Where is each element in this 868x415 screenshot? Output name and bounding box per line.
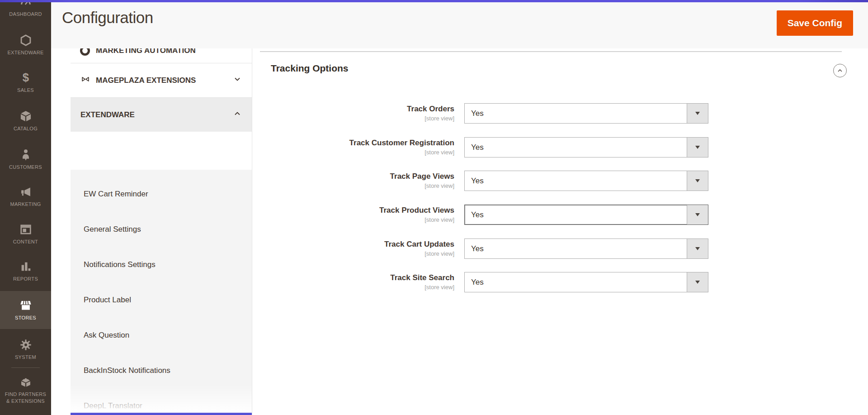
config-row-track-customer-registration: Track Customer Registration [store view]… — [260, 137, 757, 157]
save-config-button[interactable]: Save Config — [777, 10, 853, 36]
nav-horizontal-scrollbar[interactable] — [71, 413, 252, 415]
sidebar-divider — [11, 367, 40, 368]
sidebar-item-dashboard[interactable]: DASHBOARD — [0, 0, 51, 25]
sales-icon: $ — [19, 72, 32, 84]
chevron-up-icon — [836, 67, 844, 74]
select-value: Yes — [471, 171, 484, 191]
config-nav-item-deepl-translator[interactable]: DeepL Translator — [71, 388, 252, 415]
sidebar-item-customers[interactable]: CUSTOMERS — [0, 141, 51, 178]
select-arrow-box — [687, 138, 708, 157]
track-product-views-select[interactable]: Yes — [464, 205, 708, 225]
sidebar-item-extendware[interactable]: EXTENDWARE — [0, 26, 51, 64]
field-label: Track Site Search — [260, 273, 454, 282]
config-nav-group-mageplaza[interactable]: MAGEPLAZA EXTENSIONS — [71, 63, 252, 98]
config-nav-item-label: BackInStock Notifications — [84, 366, 170, 375]
dropdown-caret-icon — [695, 281, 700, 284]
select-value: Yes — [471, 239, 484, 258]
sidebar-item-catalog[interactable]: CATALOG — [0, 102, 51, 140]
main-sidebar: DASHBOARD EXTENDWARE $ SALES CATALOG CUS… — [0, 0, 51, 415]
sidebar-item-marketing[interactable]: MARKETING — [0, 178, 51, 215]
config-nav-item-notifications-settings[interactable]: Notifications Settings — [71, 247, 252, 282]
select-arrow-box — [687, 239, 708, 258]
sidebar-item-label: EXTENDWARE — [7, 49, 43, 56]
config-nav-item-general-settings[interactable]: General Settings — [71, 212, 252, 247]
customers-icon — [19, 148, 32, 161]
page-header: Configuration Save Config — [51, 2, 868, 48]
sidebar-item-label: STORES — [15, 315, 36, 321]
config-nav-group-label: MAGEPLAZA EXTENSIONS — [96, 76, 196, 85]
content-icon — [19, 223, 32, 236]
config-nav-item-label: General Settings — [84, 225, 141, 234]
find-partners-icon — [19, 376, 32, 388]
track-page-views-select[interactable]: Yes — [464, 171, 708, 191]
config-nav-item-label: DeepL Translator — [84, 401, 142, 410]
sidebar-item-system[interactable]: SYSTEM — [0, 331, 51, 368]
select-value: Yes — [471, 138, 484, 157]
config-nav-item-backinstock-notifications[interactable]: BackInStock Notifications — [71, 353, 252, 388]
field-label-block: Track Customer Registration [store view] — [260, 138, 454, 156]
field-scope: [store view] — [260, 182, 454, 189]
field-scope: [store view] — [260, 250, 454, 257]
config-nav-item-label: Product Label — [84, 296, 131, 305]
field-label-block: Track Cart Updates [store view] — [260, 240, 454, 257]
track-site-search-select[interactable]: Yes — [464, 272, 708, 292]
page-title: Configuration — [62, 9, 153, 27]
config-row-track-cart-updates: Track Cart Updates [store view] Yes — [260, 239, 757, 259]
sidebar-item-label: MARKETING — [10, 201, 41, 208]
catalog-icon — [19, 110, 32, 123]
config-nav-item-label: Notifications Settings — [84, 260, 156, 269]
reports-icon — [19, 260, 32, 273]
section-collapse-button[interactable] — [833, 64, 847, 77]
dropdown-caret-icon — [695, 213, 700, 216]
sidebar-item-label: SYSTEM — [15, 354, 36, 361]
field-label: Track Cart Updates — [260, 240, 454, 249]
sidebar-item-reports[interactable]: REPORTS — [0, 253, 51, 290]
sidebar-item-content[interactable]: CONTENT — [0, 215, 51, 253]
stores-icon — [19, 299, 32, 312]
chevron-down-icon — [233, 75, 242, 86]
field-label-block: Track Page Views [store view] — [260, 172, 454, 189]
sidebar-item-label: CATALOG — [14, 125, 38, 132]
select-arrow-box — [687, 272, 708, 292]
sidebar-item-label: DASHBOARD — [9, 11, 42, 18]
system-gear-icon — [19, 339, 32, 351]
config-nav-item-label: EW Cart Reminder — [84, 190, 148, 199]
field-scope: [store view] — [260, 216, 454, 223]
config-nav-item-label: Ask Question — [84, 331, 129, 340]
config-nav-group-label: EXTENDWARE — [80, 110, 135, 119]
sidebar-item-label: CUSTOMERS — [9, 164, 42, 171]
config-nav-item-ask-question[interactable]: Ask Question — [71, 318, 252, 353]
sidebar-item-label: FIND PARTNERS & EXTENSIONS — [5, 391, 47, 405]
field-label-block: Track Product Views [store view] — [260, 206, 454, 223]
track-orders-select[interactable]: Yes — [464, 103, 708, 124]
sidebar-item-label: SALES — [17, 87, 34, 94]
top-accent-bar — [0, 0, 868, 2]
mageplaza-icon — [80, 74, 90, 86]
field-scope: [store view] — [260, 284, 454, 291]
config-row-track-site-search: Track Site Search [store view] Yes — [260, 272, 757, 292]
sidebar-item-sales[interactable]: $ SALES — [0, 64, 51, 101]
extendware-section-list: EW Cart Reminder General Settings Notifi… — [71, 170, 252, 415]
config-row-track-orders: Track Orders [store view] Yes — [260, 103, 757, 124]
sidebar-item-label: CONTENT — [13, 239, 38, 245]
track-customer-registration-select[interactable]: Yes — [464, 137, 708, 157]
sidebar-item-find-partners[interactable]: FIND PARTNERS & EXTENSIONS — [0, 370, 51, 410]
field-label: Track Page Views — [260, 172, 454, 181]
config-nav-group-extendware[interactable]: EXTENDWARE — [71, 98, 252, 132]
track-cart-updates-select[interactable]: Yes — [464, 239, 708, 259]
config-row-track-page-views: Track Page Views [store view] Yes — [260, 171, 757, 191]
config-nav-item-product-label[interactable]: Product Label — [71, 282, 252, 318]
field-label: Track Customer Registration — [260, 138, 454, 148]
config-row-track-product-views: Track Product Views [store view] Yes — [260, 205, 757, 225]
section-top-divider — [260, 51, 842, 52]
select-arrow-box — [687, 205, 708, 224]
config-nav-item-ew-cart-reminder[interactable]: EW Cart Reminder — [71, 176, 252, 212]
dropdown-caret-icon — [695, 247, 700, 250]
sidebar-item-stores[interactable]: STORES — [0, 291, 51, 329]
field-label: Track Orders — [260, 105, 454, 114]
select-arrow-box — [687, 104, 708, 123]
chevron-up-icon — [233, 109, 242, 120]
field-label: Track Product Views — [260, 206, 454, 215]
svg-text:$: $ — [22, 72, 28, 84]
field-label-block: Track Site Search [store view] — [260, 273, 454, 291]
